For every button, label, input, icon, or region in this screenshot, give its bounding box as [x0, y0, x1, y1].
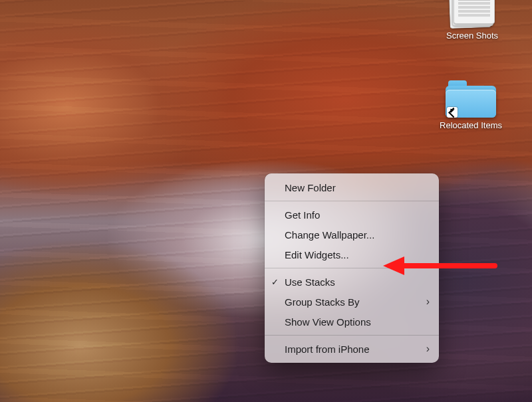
menu-item-group-stacks-by[interactable]: Group Stacks By › — [265, 292, 439, 312]
menu-item-get-info[interactable]: Get Info — [265, 205, 439, 225]
menu-item-label: Use Stacks — [285, 276, 335, 288]
desktop[interactable]: Screen Shots Relocated Items New Folder … — [0, 0, 532, 402]
menu-separator — [265, 268, 439, 268]
chevron-right-icon: › — [426, 296, 430, 307]
menu-item-edit-widgets[interactable]: Edit Widgets... — [265, 245, 439, 264]
menu-item-label: Get Info — [285, 209, 320, 221]
desktop-icon-label: Screen Shots — [436, 31, 509, 41]
thumbnail-stack-icon — [450, 0, 495, 28]
alias-badge-icon — [447, 107, 458, 118]
menu-separator — [265, 201, 439, 201]
menu-item-label: Group Stacks By — [285, 296, 360, 308]
menu-item-change-wallpaper[interactable]: Change Wallpaper... — [265, 225, 439, 245]
menu-item-label: Show View Options — [285, 316, 371, 328]
menu-item-use-stacks[interactable]: ✓ Use Stacks — [265, 272, 439, 292]
menu-item-label: Change Wallpaper... — [285, 229, 374, 241]
desktop-icon-relocated-items[interactable]: Relocated Items — [434, 79, 507, 131]
desktop-icon-label: Relocated Items — [434, 120, 507, 131]
menu-item-show-view-options[interactable]: Show View Options — [265, 312, 439, 332]
menu-item-new-folder[interactable]: New Folder — [265, 177, 439, 197]
desktop-icon-screenshots[interactable]: Screen Shots — [436, 0, 509, 41]
desktop-context-menu: New Folder Get Info Change Wallpaper... … — [265, 173, 439, 363]
menu-item-label: Edit Widgets... — [285, 249, 349, 260]
checkmark-icon: ✓ — [271, 278, 279, 286]
menu-item-import-from-iphone[interactable]: Import from iPhone › — [265, 339, 439, 359]
menu-item-label: Import from iPhone — [285, 344, 370, 355]
menu-item-label: New Folder — [285, 182, 336, 193]
menu-separator — [265, 335, 439, 336]
folder-icon — [446, 79, 496, 118]
chevron-right-icon: › — [426, 344, 430, 354]
